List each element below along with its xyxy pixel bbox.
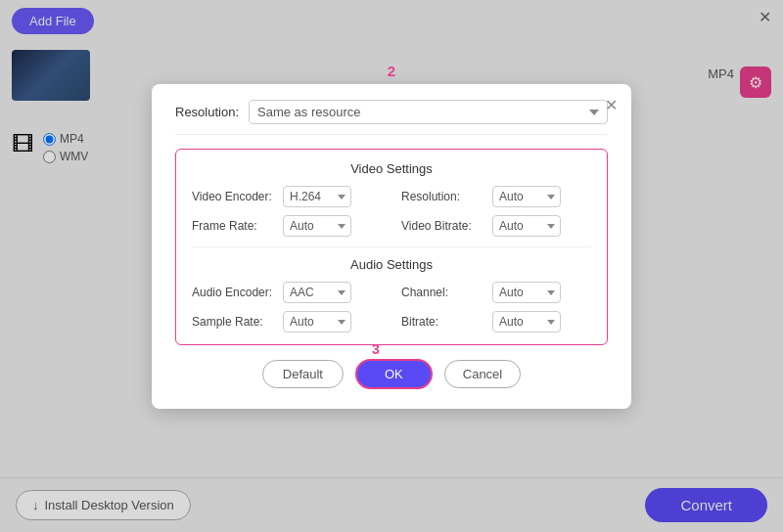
resolution-top-row: Resolution: Same as resource	[175, 100, 608, 135]
video-encoder-row: Video Encoder: H.264	[192, 186, 382, 207]
video-bitrate-row: Video Bitrate: Auto	[401, 215, 591, 237]
resolution-right-row: Resolution: Auto	[401, 186, 591, 207]
bitrate-select[interactable]: Auto	[492, 311, 561, 332]
channel-label: Channel:	[401, 286, 484, 299]
frame-rate-label: Frame Rate:	[192, 219, 275, 233]
modal-footer: 3 Default OK Cancel	[175, 359, 608, 389]
video-encoder-label: Video Encoder:	[192, 190, 275, 203]
settings-box: Video Settings Video Encoder: H.264 Reso…	[175, 149, 608, 345]
app-background: Add File ✕ MP4 ⚙ 🎞 MP4 WMV	[0, 0, 783, 532]
audio-settings-title: Audio Settings	[192, 257, 591, 272]
sample-rate-select[interactable]: Auto	[283, 311, 351, 332]
audio-encoder-row: Audio Encoder: AAC	[192, 282, 382, 303]
audio-encoder-label: Audio Encoder:	[192, 286, 275, 299]
default-button[interactable]: Default	[262, 360, 344, 388]
video-bitrate-select[interactable]: Auto	[492, 215, 561, 237]
modal-overlay: 2 ✕ Resolution: Same as resource Video S…	[0, 0, 783, 532]
sample-rate-row: Sample Rate: Auto	[192, 311, 382, 332]
badge-3: 3	[372, 341, 380, 357]
audio-settings-grid: Audio Encoder: AAC Channel: Auto Sample …	[192, 282, 591, 332]
resolution-right-select[interactable]: Auto	[492, 186, 561, 207]
modal-close-button[interactable]: ✕	[605, 96, 618, 114]
resolution-right-label: Resolution:	[401, 190, 484, 203]
sample-rate-label: Sample Rate:	[192, 315, 275, 329]
video-encoder-select[interactable]: H.264	[283, 186, 351, 207]
frame-rate-row: Frame Rate: Auto	[192, 215, 382, 237]
bitrate-label: Bitrate:	[401, 315, 484, 329]
divider	[192, 246, 591, 247]
bitrate-row: Bitrate: Auto	[401, 311, 591, 332]
video-settings-grid: Video Encoder: H.264 Resolution: Auto Fr…	[192, 186, 591, 237]
audio-encoder-select[interactable]: AAC	[283, 282, 351, 303]
ok-button[interactable]: OK	[355, 359, 433, 389]
video-settings-title: Video Settings	[192, 161, 591, 176]
frame-rate-select[interactable]: Auto	[283, 215, 351, 237]
cancel-button[interactable]: Cancel	[444, 360, 521, 388]
badge-2: 2	[388, 63, 395, 79]
channel-select[interactable]: Auto	[492, 282, 561, 303]
channel-row: Channel: Auto	[401, 282, 591, 303]
video-bitrate-label: Video Bitrate:	[401, 219, 484, 233]
resolution-top-select[interactable]: Same as resource	[249, 100, 608, 124]
resolution-top-label: Resolution:	[175, 105, 239, 119]
modal-dialog: 2 ✕ Resolution: Same as resource Video S…	[152, 84, 631, 409]
